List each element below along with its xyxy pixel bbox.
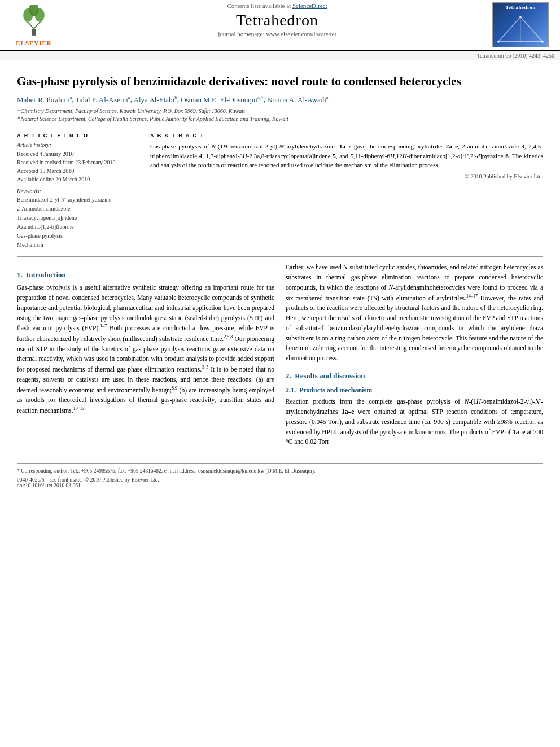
history-label: Article history:	[17, 142, 134, 148]
abstract-heading: A B S T R A C T	[150, 133, 543, 138]
corresponding-footnote: * Corresponding author. Tel.: +965 24985…	[17, 467, 543, 475]
affiliations: ᵃ Chemistry Department, Faculty of Scien…	[17, 107, 543, 123]
history-item-2: Received in revised form 23 February 201…	[17, 158, 134, 167]
keyword-2: 2-Aminobenzimidazole	[17, 204, 134, 213]
elsevier-tree-icon	[17, 5, 51, 38]
article-info-column: A R T I C L E I N F O Article history: R…	[17, 133, 141, 250]
elsevier-logo: ELSEVIER	[6, 2, 62, 46]
history-item-4: Available online 20 March 2010	[17, 175, 134, 184]
svg-rect-7	[26, 21, 28, 23]
keyword-4: Azaindino[1,2-b]fluorine	[17, 222, 134, 231]
sciencedirect-link[interactable]: ScienceDirect	[292, 2, 327, 9]
footer-issn: 0040-4020/$ – see front matter © 2010 Pu…	[17, 477, 543, 488]
divider-1	[17, 128, 543, 128]
keyword-5: Gas-phase pyrolysis	[17, 231, 134, 241]
intro-para-1: Gas-phase pyrolysis is a useful alternat…	[17, 283, 274, 416]
intro-para-2: Earlier, we have used N-substituted cycl…	[286, 263, 543, 364]
article-title: Gas-phase pyrolysis of benzimidazole der…	[17, 74, 543, 89]
keyword-1: Benzimidazol-2-yl-N′-arylidenehydrazine	[17, 195, 134, 204]
svg-point-12	[519, 16, 522, 18]
body-col-left: 1. Introduction Gas-phase pyrolysis is a…	[17, 263, 274, 452]
history-item-1: Received 4 January 2010	[17, 150, 134, 158]
affiliation-b: ᵇ Natural Science Department, College of…	[17, 115, 543, 123]
results-para-1: Reaction products from the complete gas-…	[286, 397, 543, 447]
journal-header: ELSEVIER Contents lists available at Sci…	[0, 0, 560, 51]
subsection-title: 2.1. Products and mechanism	[286, 386, 543, 395]
results-title: 2. Results and discussion	[286, 372, 543, 381]
keyword-6: Mechanism	[17, 241, 134, 250]
keywords-label: Keywords:	[17, 188, 134, 194]
subsection-label: Products and mechanism	[299, 386, 372, 394]
journal-top-bar: ELSEVIER Contents lists available at Sci…	[0, 0, 560, 47]
intro-title: 1. Introduction	[17, 270, 274, 279]
cover-thumbnail: Tetrahedron	[492, 2, 549, 47]
elsevier-brand-text: ELSEVIER	[16, 40, 52, 46]
affiliation-a: ᵃ Chemistry Department, Faculty of Scien…	[17, 107, 543, 115]
divider-2	[17, 256, 543, 257]
author-osman: Osman M.E. El-Dusouquia,*	[181, 95, 264, 104]
author-maher: Maher R. Ibrahima	[17, 95, 72, 104]
svg-rect-0	[32, 29, 36, 36]
body-col-right: Earlier, we have used N-substituted cycl…	[286, 263, 543, 452]
author-talal: Talal F. Al-Azemia	[76, 95, 130, 104]
results-label: Results and discussion	[295, 372, 365, 380]
issn-text: 0040-4020/$ – see front matter © 2010 Pu…	[17, 477, 159, 483]
author-nouria: Nouria A. Al-Awadia	[267, 95, 329, 104]
body-section: 1. Introduction Gas-phase pyrolysis is a…	[17, 263, 543, 452]
svg-rect-8	[40, 21, 41, 23]
main-content: Gas-phase pyrolysis of benzimidazole der…	[0, 60, 560, 500]
cover-art-icon	[496, 14, 545, 45]
results-number: 2.	[286, 372, 293, 380]
info-abstract-section: A R T I C L E I N F O Article history: R…	[17, 133, 543, 250]
article-info-heading: A R T I C L E I N F O	[17, 133, 134, 138]
copyright-line: © 2010 Published by Elsevier Ltd.	[150, 173, 543, 180]
contents-line: Contents lists available at ScienceDirec…	[62, 2, 492, 9]
contents-text: Contents lists available at	[227, 2, 291, 9]
citation-bar: Tetrahedron 66 (2010) 4243–4250	[0, 51, 560, 60]
intro-number: 1.	[17, 270, 24, 279]
footnote-area: * Corresponding author. Tel.: +965 24985…	[17, 463, 543, 488]
svg-point-14	[541, 41, 544, 43]
subsection-number: 2.1.	[286, 386, 298, 394]
intro-label: Introduction	[26, 270, 66, 279]
svg-point-13	[497, 41, 500, 43]
journal-name-heading: Tetrahedron	[62, 11, 492, 29]
abstract-column: A B S T R A C T Gas-phase pyrolysis of N…	[150, 133, 543, 250]
journal-top-center: Contents lists available at ScienceDirec…	[62, 2, 492, 40]
journal-homepage: journal homepage: www.elsevier.com/locat…	[62, 30, 492, 37]
keyword-3: Triazacyclopenta[a]indene	[17, 213, 134, 222]
authors-line: Maher R. Ibrahima, Talal F. Al-Azemia, A…	[17, 94, 543, 105]
cover-label: Tetrahedron	[493, 5, 548, 10]
history-item-3: Accepted 15 March 2010	[17, 167, 134, 175]
citation-text: Tetrahedron 66 (2010) 4243–4250	[477, 53, 554, 59]
journal-cover-image: Tetrahedron	[492, 2, 554, 47]
abstract-text: Gas-phase pyrolysis of N-(1H-benzimidazo…	[150, 142, 543, 170]
author-alya: Alya Al-Etabib	[134, 95, 177, 104]
doi-text: doi:10.1016/j.tet.2010.03.061	[17, 483, 81, 488]
